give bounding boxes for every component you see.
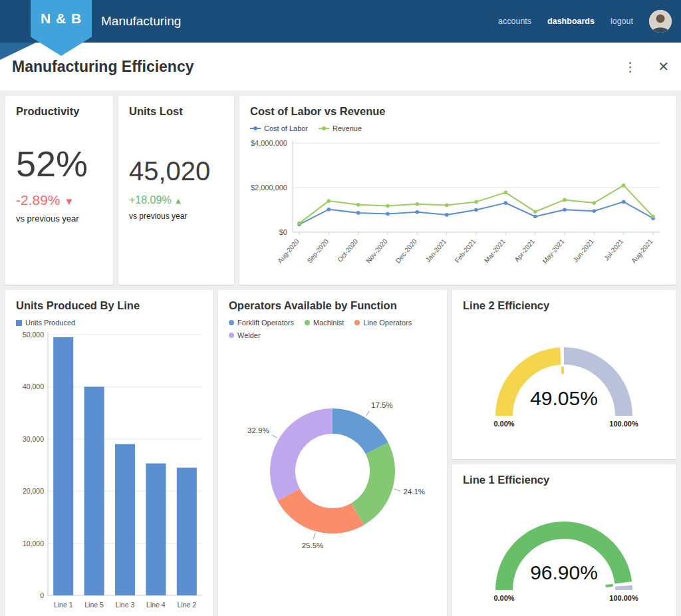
- svg-text:100.00%: 100.00%: [609, 594, 638, 602]
- legend-item-revenue[interactable]: Revenue: [319, 124, 362, 132]
- header-actions: ⋮ ✕: [624, 60, 669, 73]
- dashboard-content: Productivity 52% -2.89% ▼ vs previous ye…: [0, 90, 681, 616]
- svg-text:$0: $0: [279, 228, 287, 236]
- productivity-card[interactable]: Productivity 52% -2.89% ▼ vs previous ye…: [5, 96, 113, 285]
- card-title: Cost of Labor vs Revenue: [250, 105, 665, 118]
- page-header: Manufacturing Efficiency ⋮ ✕: [0, 43, 681, 90]
- kpi-value: 45,020: [129, 156, 223, 186]
- svg-text:24.1%: 24.1%: [403, 488, 425, 496]
- card-title: Line 2 Efficiency: [463, 299, 665, 312]
- card-title: Productivity: [16, 105, 102, 118]
- legend-label: Forklift Operators: [237, 319, 294, 327]
- svg-text:10,000: 10,000: [23, 539, 44, 547]
- svg-text:100.00%: 100.00%: [609, 420, 638, 428]
- svg-text:40,000: 40,000: [23, 383, 44, 390]
- svg-text:49.05%: 49.05%: [530, 387, 598, 409]
- card-title: Units Lost: [129, 105, 223, 118]
- brand-name: Manufacturing: [101, 14, 181, 29]
- dot-marker-icon: [229, 333, 234, 338]
- kpi-caption: vs previous year: [16, 214, 102, 224]
- svg-text:Line 2: Line 2: [177, 601, 196, 609]
- labor-revenue-card[interactable]: Cost of Labor vs Revenue Cost of Labor R…: [239, 96, 676, 285]
- legend-item-units-produced[interactable]: Units Produced: [16, 319, 75, 327]
- legend-label: Units Produced: [25, 319, 75, 327]
- avatar[interactable]: [649, 10, 672, 33]
- svg-text:50,000: 50,000: [23, 331, 44, 339]
- up-arrow-icon: ▲: [174, 196, 182, 206]
- svg-text:$4,000,000: $4,000,000: [251, 139, 287, 147]
- svg-text:Jun-2021: Jun-2021: [572, 237, 596, 263]
- legend-label: Line Operators: [363, 319, 412, 327]
- svg-text:20,000: 20,000: [23, 487, 44, 495]
- gauge-column: Line 2 Efficiency 49.05%0.00%100.00% Lin…: [452, 290, 676, 616]
- legend-item-cost-of-labor[interactable]: Cost of Labor: [250, 124, 308, 132]
- kpi-delta: +18.09% ▲: [129, 194, 223, 206]
- operators-card[interactable]: Operators Available by Function Forklift…: [218, 290, 447, 616]
- avatar-silhouette-icon: [649, 10, 672, 33]
- svg-text:Line 3: Line 3: [116, 601, 135, 609]
- legend-label: Machinist: [313, 319, 344, 327]
- kpi-value: 52%: [16, 143, 102, 184]
- line1-efficiency-card[interactable]: Line 1 Efficiency 96.90%0.00%100.00%: [452, 464, 676, 616]
- svg-text:30,000: 30,000: [23, 435, 44, 443]
- dot-marker-icon: [229, 320, 234, 325]
- legend-item-welder[interactable]: Welder: [229, 331, 261, 339]
- operators-donut-chart: 17.5%24.1%25.5%32.9%: [229, 359, 436, 579]
- svg-text:Dec-2020: Dec-2020: [394, 237, 419, 265]
- line1-efficiency-gauge: 96.90%0.00%100.00%: [463, 493, 665, 605]
- kpi-caption: vs previous year: [129, 212, 223, 221]
- svg-text:32.9%: 32.9%: [247, 426, 269, 434]
- svg-text:Feb-2021: Feb-2021: [454, 237, 477, 264]
- svg-text:Aug-2020: Aug-2020: [276, 237, 301, 265]
- svg-text:0: 0: [40, 591, 44, 599]
- kpi-delta: -2.89% ▼: [16, 192, 102, 208]
- units-produced-card[interactable]: Units Produced By Line Units Produced 01…: [5, 290, 213, 616]
- close-icon[interactable]: ✕: [658, 60, 669, 73]
- svg-text:Line 1: Line 1: [54, 601, 73, 609]
- legend-label: Welder: [237, 331, 261, 339]
- nav-accounts[interactable]: accounts: [498, 17, 531, 26]
- legend-label: Revenue: [333, 124, 362, 132]
- legend-item-forklift[interactable]: Forklift Operators: [229, 319, 294, 327]
- legend-item-line-operators[interactable]: Line Operators: [354, 319, 412, 327]
- operators-legend: Forklift Operators Machinist Line Operat…: [229, 319, 436, 339]
- down-arrow-icon: ▼: [64, 196, 74, 207]
- nav-links: accounts dashboards logout: [498, 10, 681, 33]
- nav-logout[interactable]: logout: [611, 17, 633, 26]
- svg-text:Jan-2021: Jan-2021: [424, 237, 448, 263]
- dot-marker-icon: [305, 320, 310, 325]
- dot-marker-icon: [354, 320, 360, 325]
- line2-efficiency-gauge: 49.05%0.00%100.00%: [463, 319, 665, 430]
- line-marker-icon: [250, 128, 261, 129]
- svg-text:Jul-2021: Jul-2021: [603, 237, 624, 262]
- line2-efficiency-card[interactable]: Line 2 Efficiency 49.05%0.00%100.00%: [452, 290, 676, 459]
- card-title: Units Produced By Line: [16, 299, 202, 312]
- row-1: Productivity 52% -2.89% ▼ vs previous ye…: [5, 96, 676, 285]
- svg-text:$2,000,000: $2,000,000: [251, 184, 287, 192]
- nav-dashboards[interactable]: dashboards: [547, 17, 595, 26]
- svg-text:Oct-2020: Oct-2020: [336, 237, 359, 263]
- units-lost-card[interactable]: Units Lost 45,020 +18.09% ▲ vs previous …: [118, 96, 234, 285]
- svg-text:Aug-2021: Aug-2021: [630, 237, 654, 265]
- svg-text:Mar-2021: Mar-2021: [483, 237, 507, 264]
- labor-revenue-line-chart: $0$2,000,000$4,000,000Aug-2020Sep-2020Oc…: [250, 135, 665, 277]
- svg-text:Line 5: Line 5: [84, 601, 104, 609]
- svg-text:96.90%: 96.90%: [530, 561, 598, 583]
- svg-text:17.5%: 17.5%: [371, 401, 393, 409]
- svg-text:Apr-2021: Apr-2021: [513, 237, 536, 263]
- kebab-menu-icon[interactable]: ⋮: [624, 61, 636, 73]
- card-title: Operators Available by Function: [229, 299, 436, 312]
- svg-text:Line 4: Line 4: [146, 601, 166, 609]
- svg-text:May-2021: May-2021: [541, 237, 566, 265]
- top-navbar: N & B Manufacturing accounts dashboards …: [0, 0, 681, 43]
- line-marker-icon: [319, 128, 329, 129]
- legend-item-machinist[interactable]: Machinist: [305, 319, 344, 327]
- page-title: Manufacturing Efficiency: [12, 58, 194, 76]
- svg-text:0.00%: 0.00%: [493, 594, 514, 602]
- svg-text:Nov-2020: Nov-2020: [364, 237, 389, 265]
- svg-text:25.5%: 25.5%: [302, 541, 324, 549]
- units-produced-bar-chart: 010,00020,00030,00040,00050,000Line 1Lin…: [16, 329, 202, 616]
- legend-label: Cost of Labor: [264, 124, 308, 132]
- svg-text:Sep-2020: Sep-2020: [306, 237, 331, 265]
- card-title: Line 1 Efficiency: [463, 474, 665, 486]
